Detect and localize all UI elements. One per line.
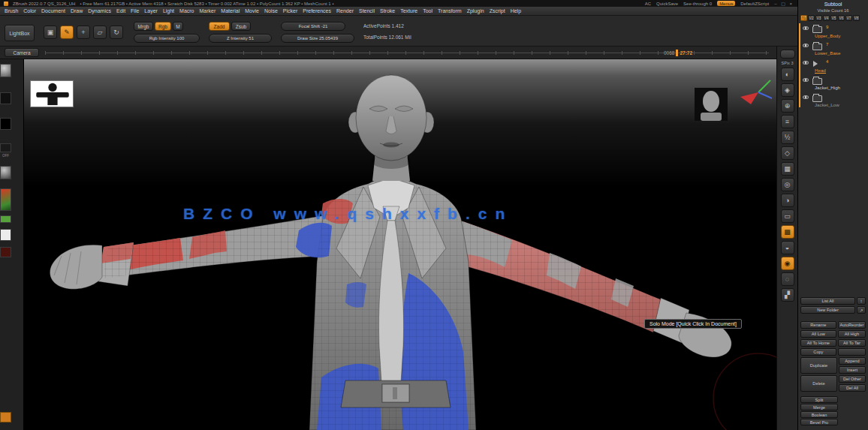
subtool-item-jacket-high[interactable]: Jacket_High	[801, 75, 866, 92]
lightbox-button[interactable]: LightBox	[5, 25, 35, 41]
spix-slider[interactable]: SPix 3	[782, 61, 794, 65]
copy-button[interactable]: Copy	[800, 348, 836, 356]
all-to-target-button[interactable]: All To Tar	[838, 339, 866, 347]
subtool-scrollbar[interactable]	[799, 23, 800, 107]
merge-button[interactable]: Merge	[800, 404, 838, 410]
edit-icon[interactable]: ▣	[44, 26, 57, 39]
polyframe-icon[interactable]: ▩	[781, 225, 794, 239]
material-thumbnail[interactable]	[0, 166, 11, 179]
timeline-cursor[interactable]	[676, 50, 678, 56]
move-icon[interactable]: +	[77, 26, 90, 39]
subtool-item-upper-body[interactable]: 9 Upper_Body	[801, 23, 866, 41]
camera-button[interactable]: Camera	[5, 48, 39, 57]
color-swatch-dark[interactable]	[0, 247, 11, 257]
menu-stroke[interactable]: Stroke	[380, 8, 395, 14]
tab-t1[interactable]: T1	[800, 15, 807, 21]
menu-brush[interactable]: Brush	[5, 8, 18, 14]
menu-zplugin[interactable]: Zplugin	[467, 8, 484, 14]
all-to-home-button[interactable]: All To Home	[800, 339, 836, 347]
subtool-item-lower-base[interactable]: 7 Lower_Base	[801, 41, 866, 58]
menu-noise[interactable]: Noise	[264, 8, 278, 14]
menu-edit[interactable]: Edit	[116, 8, 125, 14]
menu-texture[interactable]: Texture	[400, 8, 417, 14]
aahalf-icon[interactable]: ½	[781, 131, 794, 144]
document-canvas[interactable]: BZCO www.qshxxfb.cn Solo Mode [Quick Cl	[24, 59, 776, 430]
zadd-button[interactable]: Zadd	[209, 22, 230, 31]
menus-button[interactable]: Menus	[717, 1, 735, 6]
tab-v3[interactable]: V3	[815, 15, 822, 21]
eye-icon[interactable]	[803, 95, 809, 99]
autoreorder-button[interactable]: AutoReorder	[838, 321, 866, 329]
bpr-render-icon[interactable]: ◐	[781, 68, 794, 81]
tab-v6[interactable]: V6	[838, 15, 845, 21]
tab-v2[interactable]: V2	[808, 15, 815, 21]
rgb-button[interactable]: Rgb	[155, 22, 171, 31]
menu-color[interactable]: Color	[23, 8, 36, 14]
color-swatch-secondary[interactable]	[0, 229, 11, 241]
menu-zscript[interactable]: Zscript	[490, 8, 505, 14]
menu-draw[interactable]: Draw	[71, 8, 83, 14]
boolean-button[interactable]: Boolean	[800, 411, 838, 418]
default-zscript-button[interactable]: DefaultZScript	[740, 2, 769, 6]
duplicate-button[interactable]: Duplicate	[800, 357, 837, 374]
menu-transform[interactable]: Transform	[438, 8, 462, 14]
tab-v7[interactable]: V7	[845, 15, 852, 21]
folder-icon[interactable]	[812, 44, 822, 50]
bevel-pro-button[interactable]: Bevel Pro	[800, 419, 838, 425]
divider-handle[interactable]	[780, 50, 795, 59]
character-model[interactable]	[24, 59, 776, 430]
menu-light[interactable]: Light	[163, 8, 174, 14]
solo-icon[interactable]: ◉	[781, 257, 794, 270]
folder-icon[interactable]	[812, 78, 822, 85]
draw-size-slider[interactable]: Draw Size 25.05439	[281, 34, 354, 43]
eye-icon[interactable]	[803, 26, 809, 30]
menu-dynamics[interactable]: Dynamics	[88, 8, 111, 14]
shelf-tab-handle[interactable]	[0, 412, 11, 422]
split-button[interactable]: Split	[800, 396, 838, 403]
menu-stencil[interactable]: Stencil	[359, 8, 375, 14]
menu-preferences[interactable]: Preferences	[303, 8, 331, 14]
head-preview-thumbnail[interactable]	[695, 88, 728, 121]
alpha-thumbnail[interactable]	[0, 118, 11, 130]
new-folder-button[interactable]: New Folder	[800, 306, 855, 314]
draw-icon[interactable]: ✎	[60, 26, 74, 39]
list-all-button[interactable]: List All	[800, 297, 855, 305]
axis-gizmo-icon[interactable]	[737, 74, 773, 110]
folder-action-icon[interactable]: ↗	[857, 306, 866, 314]
list-scroll-icon[interactable]: ↕	[857, 297, 866, 305]
insert-button[interactable]: Insert	[839, 366, 866, 374]
texture-thumbnail[interactable]	[0, 143, 11, 152]
eye-icon[interactable]	[803, 61, 809, 65]
xpose-icon[interactable]: ▞	[781, 288, 794, 302]
menu-tool[interactable]: Tool	[423, 8, 432, 14]
append-button[interactable]: Append	[839, 357, 866, 365]
brush-thumbnail[interactable]	[0, 64, 11, 77]
tab-v4[interactable]: V4	[823, 15, 830, 21]
seethrough-slider[interactable]: See-through 0	[683, 2, 712, 6]
floor-icon[interactable]: ▦	[781, 162, 794, 176]
menu-document[interactable]: Document	[41, 8, 65, 14]
quicksave-button[interactable]: QuickSave	[656, 2, 678, 6]
persp-icon[interactable]: ◇	[781, 146, 794, 160]
eye-icon[interactable]	[803, 78, 809, 82]
menu-render[interactable]: Render	[336, 8, 354, 14]
del-all-button[interactable]: Del All	[839, 384, 866, 392]
z-intensity-slider[interactable]: Z Intensity 51	[209, 34, 272, 43]
rename-button[interactable]: Rename	[800, 321, 836, 329]
all-low-button[interactable]: All Low	[800, 330, 836, 338]
menu-file[interactable]: File	[131, 8, 139, 14]
menu-picker[interactable]: Picker	[283, 8, 297, 14]
timeline-track[interactable]	[45, 53, 769, 53]
menu-movie[interactable]: Movie	[245, 8, 259, 14]
subtool-item-head[interactable]: 4 Head	[801, 58, 866, 75]
delete-button[interactable]: Delete	[800, 375, 837, 392]
menu-marker[interactable]: Marker	[200, 8, 216, 14]
folder-icon[interactable]	[812, 26, 822, 33]
stroke-thumbnail[interactable]	[0, 92, 11, 104]
scroll-icon[interactable]: ◈	[781, 83, 794, 97]
transp-icon[interactable]: ◒	[781, 241, 794, 254]
menu-layer[interactable]: Layer	[144, 8, 158, 14]
scale-icon[interactable]: ▱	[93, 26, 107, 39]
menu-help[interactable]: Help	[511, 8, 521, 14]
all-high-button[interactable]: All High	[838, 330, 866, 338]
